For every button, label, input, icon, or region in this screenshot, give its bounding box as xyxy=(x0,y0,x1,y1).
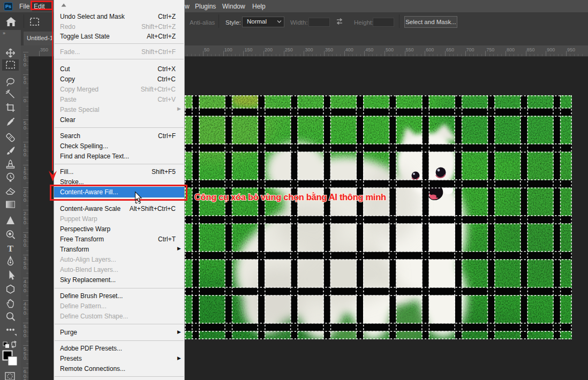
svg-text:T: T xyxy=(7,244,14,254)
svg-text:Công cụ xóa bỏ vùng chọn bằng: Công cụ xóa bỏ vùng chọn bằng AI thông m… xyxy=(194,192,386,202)
